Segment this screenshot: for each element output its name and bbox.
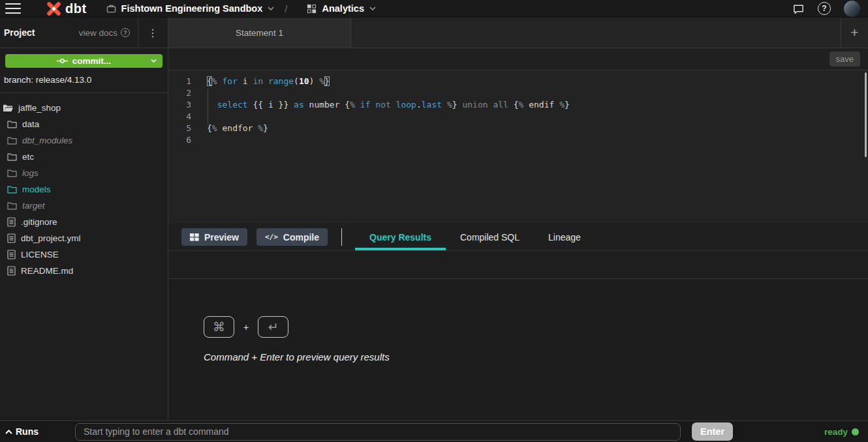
editor-scrollbar[interactable]	[865, 72, 867, 157]
tab-query-results[interactable]: Query Results	[355, 224, 446, 250]
file-tree: jaffle_shopdatadbt_modulesetclogsmodelst…	[0, 93, 168, 420]
help-icon[interactable]: ?	[818, 2, 831, 15]
tab-label: Lineage	[548, 232, 581, 243]
chat-icon[interactable]	[792, 3, 805, 15]
sidebar: Project view docs ? ⋮ commit...	[0, 18, 168, 420]
file-icon	[7, 217, 16, 227]
chevron-up-icon	[5, 430, 12, 434]
folder-icon	[7, 201, 17, 210]
sidebar-menu-button[interactable]: ⋮	[138, 18, 168, 48]
tab-lineage[interactable]: Lineage	[534, 224, 595, 250]
account-name: Fishtown Engineering Sandbox	[121, 3, 263, 14]
commit-button[interactable]: commit...	[5, 54, 163, 68]
tab-label: Compiled SQL	[460, 232, 519, 243]
tree-item-label: target	[22, 201, 45, 211]
tree-item-label: dbt_project.yml	[21, 233, 81, 243]
code-line-1[interactable]: 1{% for i in range(10) %}	[168, 76, 868, 87]
dbt-ide-window: dbt Fishtown Engineering Sandbox /	[0, 0, 868, 442]
code-text	[191, 87, 207, 99]
tree-item-logs[interactable]: logs	[0, 165, 168, 181]
folder-open-icon	[3, 104, 13, 112]
save-button[interactable]: save	[829, 52, 860, 66]
toolbar-divider	[341, 228, 342, 246]
command-bar: Runs Enter ready	[0, 420, 868, 442]
results-empty-state: ⌘ + ↵ Command + Enter to preview query r…	[168, 279, 868, 420]
tree-item-label: README.md	[21, 266, 73, 276]
tree-item-jaffle-shop[interactable]: jaffle_shop	[0, 100, 168, 116]
dbt-command-input[interactable]	[75, 423, 681, 441]
dbt-wordmark: dbt	[65, 2, 87, 15]
status-label: ready	[824, 427, 848, 437]
file-icon	[7, 250, 16, 259]
kebab-icon: ⋮	[147, 27, 159, 39]
hamburger-menu-icon[interactable]	[5, 3, 21, 14]
code-line-3[interactable]: 3 select {{ i }} as number {% if not loo…	[168, 99, 868, 111]
empty-state-hint: Command + Enter to preview query results	[204, 351, 868, 362]
folder-icon	[7, 185, 17, 194]
git-section: commit... branch: release/4.13.0	[0, 48, 168, 93]
dbt-logo: dbt	[46, 1, 87, 17]
status-dot	[852, 428, 859, 435]
breadcrumb-separator: /	[285, 3, 287, 14]
tree-item-license[interactable]: LICENSE	[0, 246, 168, 263]
tab-statement-1[interactable]: Statement 1	[168, 18, 351, 48]
tree-item-target[interactable]: target	[0, 198, 168, 214]
line-number: 6	[168, 134, 191, 146]
avatar[interactable]	[844, 1, 860, 17]
branch-label: branch: release/4.13.0	[4, 75, 163, 85]
enter-key-icon: ↵	[258, 316, 288, 338]
compile-button[interactable]: </> Compile	[256, 228, 328, 246]
sidebar-title: Project	[4, 27, 35, 38]
line-number: 3	[168, 99, 191, 111]
account-switcher[interactable]: Fishtown Engineering Sandbox	[106, 3, 275, 14]
folder-icon	[7, 120, 17, 128]
results-header-strip	[168, 251, 868, 279]
code-line-5[interactable]: 5{% endfor %}	[168, 123, 868, 134]
command-key-icon: ⌘	[204, 316, 234, 338]
line-number: 4	[168, 111, 191, 123]
editor-tab-bar: Statement 1 +	[168, 18, 868, 48]
file-icon	[7, 233, 16, 243]
tree-item-dbt-modules[interactable]: dbt_modules	[0, 132, 168, 149]
tree-item-label: logs	[22, 168, 39, 178]
results-tabs: Query Results Compiled SQL Lineage	[355, 224, 595, 250]
tree-item-label: jaffle_shop	[18, 103, 61, 113]
project-switcher[interactable]: Analytics	[307, 3, 375, 14]
code-line-2[interactable]: 2	[168, 87, 868, 99]
code-line-4[interactable]: 4	[168, 111, 868, 123]
code-text: select {{ i }} as number {% if not loop.…	[191, 99, 570, 111]
code-text: {% for i in range(10) %}	[191, 76, 330, 87]
code-line-6[interactable]: 6	[168, 134, 868, 146]
grid-icon	[307, 4, 317, 14]
runs-toggle[interactable]: Runs	[5, 426, 39, 437]
commit-icon	[57, 57, 68, 65]
tree-item-label: dbt_modules	[22, 136, 72, 145]
tab-compiled-sql[interactable]: Compiled SQL	[446, 224, 534, 250]
tree-item-etc[interactable]: etc	[0, 149, 168, 165]
folder-icon	[7, 169, 17, 177]
view-docs-link[interactable]: view docs ?	[79, 28, 130, 38]
tree-item-label: etc	[22, 152, 34, 162]
new-tab-button[interactable]: +	[841, 18, 868, 48]
tree-item--gitignore[interactable]: .gitignore	[0, 214, 168, 230]
code-icon: </>	[265, 233, 278, 241]
code-editor[interactable]: 1{% for i in range(10) %}23 select {{ i …	[168, 70, 868, 224]
preview-button[interactable]: Preview	[181, 228, 247, 246]
file-icon	[7, 266, 16, 276]
tree-item-readme-md[interactable]: README.md	[0, 263, 168, 279]
tree-item-label: LICENSE	[21, 250, 59, 259]
folder-icon	[7, 153, 17, 161]
chevron-down-icon	[151, 59, 157, 63]
chevron-down-icon	[369, 7, 376, 10]
tree-item-models[interactable]: models	[0, 181, 168, 198]
indent-guide	[208, 89, 208, 124]
plus-icon: +	[850, 25, 858, 40]
tree-item-data[interactable]: data	[0, 116, 168, 132]
tree-item-dbt-project-yml[interactable]: dbt_project.yml	[0, 230, 168, 246]
enter-button[interactable]: Enter	[692, 422, 733, 441]
tab-label: Statement 1	[236, 28, 283, 38]
line-number: 1	[168, 76, 191, 87]
table-icon	[190, 233, 199, 241]
top-bar: dbt Fishtown Engineering Sandbox /	[0, 0, 868, 18]
preview-label: Preview	[204, 232, 239, 243]
